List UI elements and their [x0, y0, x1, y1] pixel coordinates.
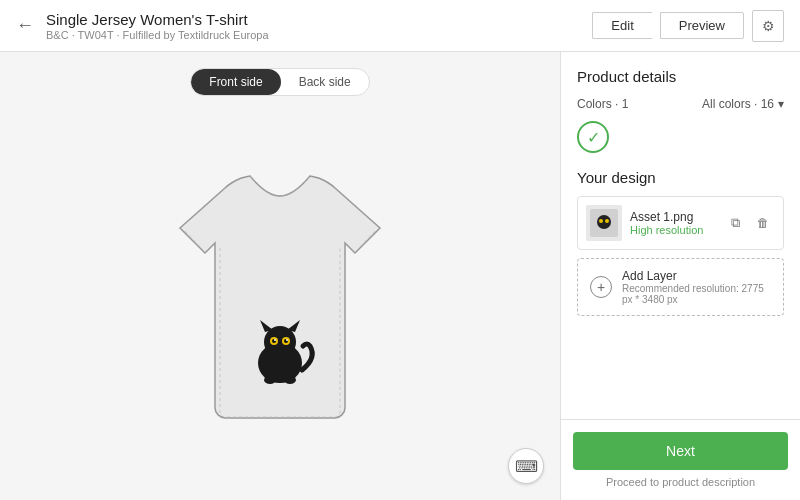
main-layout: Front side Back side: [0, 52, 800, 500]
right-panel: Product details Colors · 1 All colors · …: [560, 52, 800, 500]
header: ← Single Jersey Women's T-shirt B&C · TW…: [0, 0, 800, 52]
all-colors-label: All colors · 16: [702, 97, 774, 111]
add-layer-text: Add Layer Recommended resolution: 2775 p…: [622, 269, 771, 305]
check-mark-icon: ✓: [587, 128, 600, 147]
asset-name: Asset 1.png: [630, 210, 715, 224]
next-button[interactable]: Next: [573, 432, 788, 470]
front-side-button[interactable]: Front side: [191, 69, 280, 95]
add-layer-label: Add Layer: [622, 269, 771, 283]
svg-point-15: [605, 219, 609, 223]
back-button[interactable]: ←: [16, 15, 34, 36]
asset-quality: High resolution: [630, 224, 715, 236]
preview-button[interactable]: Preview: [660, 12, 744, 39]
copy-asset-button[interactable]: ⧉: [723, 211, 747, 235]
add-layer-sublabel: Recommended resolution: 2775 px * 3480 p…: [622, 283, 771, 305]
asset-info: Asset 1.png High resolution: [630, 210, 715, 236]
right-footer: Next Proceed to product description: [561, 419, 800, 500]
canvas-panel: Front side Back side: [0, 52, 560, 500]
your-design-title: Your design: [577, 169, 784, 186]
back-side-button[interactable]: Back side: [281, 69, 369, 95]
add-layer-row[interactable]: + Add Layer Recommended resolution: 2775…: [577, 258, 784, 316]
add-layer-plus-icon: +: [590, 276, 612, 298]
svg-point-13: [597, 215, 611, 229]
page-subtitle: B&C · TW04T · Fulfilled by Textildruck E…: [46, 29, 592, 41]
trash-icon: 🗑: [757, 216, 769, 230]
keyboard-button[interactable]: ⌨: [508, 448, 544, 484]
asset-row: Asset 1.png High resolution ⧉ 🗑: [577, 196, 784, 250]
svg-point-10: [264, 376, 276, 384]
side-toggle: Front side Back side: [190, 68, 369, 96]
tshirt-preview: [120, 138, 440, 458]
tshirt-area: [16, 112, 544, 484]
color-swatch-white[interactable]: ✓: [577, 121, 609, 153]
svg-point-9: [286, 339, 288, 341]
all-colors-link[interactable]: All colors · 16 ▾: [702, 97, 784, 111]
proceed-text: Proceed to product description: [573, 476, 788, 488]
colors-row: Colors · 1 All colors · 16 ▾: [577, 97, 784, 111]
asset-actions: ⧉ 🗑: [723, 211, 775, 235]
edit-button[interactable]: Edit: [592, 12, 651, 39]
asset-thumb-icon: [590, 209, 618, 237]
keyboard-icon: ⌨: [515, 457, 538, 476]
color-swatch-row: ✓: [577, 121, 784, 153]
svg-point-11: [284, 376, 296, 384]
colors-label: Colors · 1: [577, 97, 628, 111]
asset-thumbnail: [586, 205, 622, 241]
header-actions: Edit Preview ⚙: [592, 10, 784, 42]
chevron-down-icon: ▾: [778, 97, 784, 111]
svg-point-6: [274, 339, 276, 341]
settings-button[interactable]: ⚙: [752, 10, 784, 42]
right-content: Product details Colors · 1 All colors · …: [561, 52, 800, 419]
header-title-block: Single Jersey Women's T-shirt B&C · TW04…: [46, 11, 592, 41]
gear-icon: ⚙: [762, 18, 775, 34]
delete-asset-button[interactable]: 🗑: [751, 211, 775, 235]
copy-icon: ⧉: [731, 215, 740, 231]
page-title: Single Jersey Women's T-shirt: [46, 11, 592, 28]
product-details-title: Product details: [577, 68, 784, 85]
svg-point-14: [599, 219, 603, 223]
